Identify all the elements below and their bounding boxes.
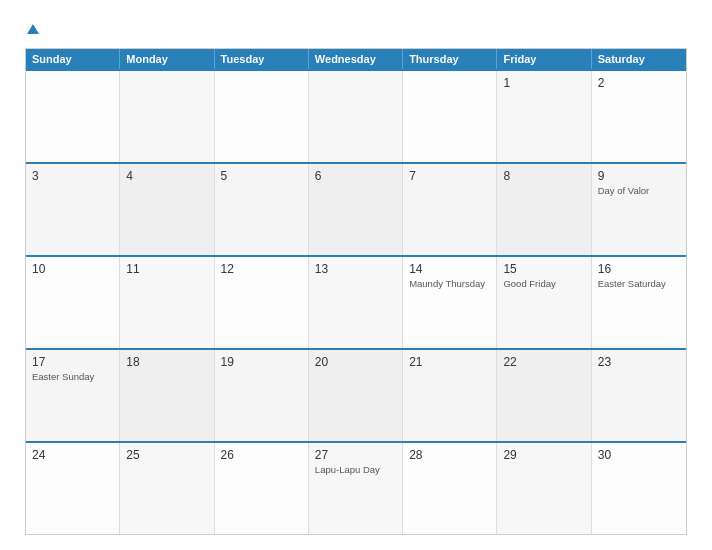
weekday-header: Sunday: [26, 49, 120, 69]
weekday-header: Tuesday: [215, 49, 309, 69]
calendar-cell: 11: [120, 257, 214, 348]
calendar-cell: [215, 71, 309, 162]
calendar-cell: 7: [403, 164, 497, 255]
calendar-cell: 29: [497, 443, 591, 534]
calendar-cell: 23: [592, 350, 686, 441]
holiday-label: Day of Valor: [598, 185, 680, 197]
logo-triangle-icon: [27, 24, 39, 34]
day-number: 11: [126, 262, 207, 276]
calendar-cell: 24: [26, 443, 120, 534]
calendar-cell: 17Easter Sunday: [26, 350, 120, 441]
day-number: 23: [598, 355, 680, 369]
weekday-header: Saturday: [592, 49, 686, 69]
day-number: 8: [503, 169, 584, 183]
weekday-header: Wednesday: [309, 49, 403, 69]
calendar-cell: 16Easter Saturday: [592, 257, 686, 348]
calendar-cell: 1: [497, 71, 591, 162]
day-number: 20: [315, 355, 396, 369]
day-number: 29: [503, 448, 584, 462]
day-number: 21: [409, 355, 490, 369]
calendar-cell: 22: [497, 350, 591, 441]
calendar-cell: 26: [215, 443, 309, 534]
calendar-cell: 6: [309, 164, 403, 255]
calendar-cell: [309, 71, 403, 162]
calendar-cell: 3: [26, 164, 120, 255]
day-number: 17: [32, 355, 113, 369]
day-number: 4: [126, 169, 207, 183]
calendar-cell: 4: [120, 164, 214, 255]
day-number: 14: [409, 262, 490, 276]
calendar-cell: 21: [403, 350, 497, 441]
day-number: 28: [409, 448, 490, 462]
calendar-week: 17Easter Sunday181920212223: [26, 348, 686, 441]
holiday-label: Good Friday: [503, 278, 584, 290]
day-number: 25: [126, 448, 207, 462]
calendar-cell: 30: [592, 443, 686, 534]
holiday-label: Easter Sunday: [32, 371, 113, 383]
day-number: 10: [32, 262, 113, 276]
calendar-cell: 14Maundy Thursday: [403, 257, 497, 348]
day-number: 3: [32, 169, 113, 183]
calendar-cell: [26, 71, 120, 162]
holiday-label: Maundy Thursday: [409, 278, 490, 290]
logo: [25, 20, 39, 36]
page-header: [25, 20, 687, 36]
holiday-label: Easter Saturday: [598, 278, 680, 290]
day-number: 19: [221, 355, 302, 369]
weekday-header: Friday: [497, 49, 591, 69]
day-number: 6: [315, 169, 396, 183]
calendar: SundayMondayTuesdayWednesdayThursdayFrid…: [25, 48, 687, 535]
calendar-cell: 13: [309, 257, 403, 348]
calendar-cell: 5: [215, 164, 309, 255]
day-number: 9: [598, 169, 680, 183]
calendar-cell: 28: [403, 443, 497, 534]
day-number: 16: [598, 262, 680, 276]
calendar-week: 3456789Day of Valor: [26, 162, 686, 255]
day-number: 18: [126, 355, 207, 369]
calendar-body: 123456789Day of Valor1011121314Maundy Th…: [26, 69, 686, 534]
calendar-week: 1011121314Maundy Thursday15Good Friday16…: [26, 255, 686, 348]
day-number: 27: [315, 448, 396, 462]
day-number: 12: [221, 262, 302, 276]
day-number: 5: [221, 169, 302, 183]
calendar-cell: 27Lapu-Lapu Day: [309, 443, 403, 534]
calendar-cell: [120, 71, 214, 162]
day-number: 1: [503, 76, 584, 90]
day-number: 30: [598, 448, 680, 462]
holiday-label: Lapu-Lapu Day: [315, 464, 396, 476]
calendar-cell: 18: [120, 350, 214, 441]
weekday-header: Thursday: [403, 49, 497, 69]
calendar-header: SundayMondayTuesdayWednesdayThursdayFrid…: [26, 49, 686, 69]
day-number: 2: [598, 76, 680, 90]
calendar-cell: 12: [215, 257, 309, 348]
calendar-cell: 25: [120, 443, 214, 534]
weekday-header: Monday: [120, 49, 214, 69]
day-number: 26: [221, 448, 302, 462]
calendar-week: 24252627Lapu-Lapu Day282930: [26, 441, 686, 534]
calendar-cell: 15Good Friday: [497, 257, 591, 348]
calendar-cell: [403, 71, 497, 162]
calendar-cell: 2: [592, 71, 686, 162]
calendar-week: 12: [26, 69, 686, 162]
day-number: 15: [503, 262, 584, 276]
day-number: 13: [315, 262, 396, 276]
day-number: 7: [409, 169, 490, 183]
day-number: 24: [32, 448, 113, 462]
calendar-cell: 10: [26, 257, 120, 348]
calendar-cell: 8: [497, 164, 591, 255]
day-number: 22: [503, 355, 584, 369]
calendar-cell: 20: [309, 350, 403, 441]
calendar-cell: 9Day of Valor: [592, 164, 686, 255]
calendar-cell: 19: [215, 350, 309, 441]
